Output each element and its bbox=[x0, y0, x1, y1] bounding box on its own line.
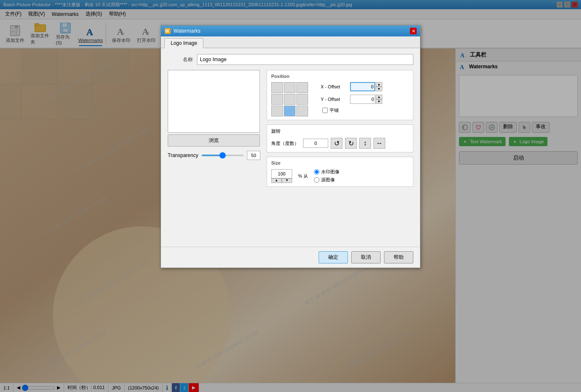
modal-overlay: W Watermarks ✕ Logo Image 名称 bbox=[0, 0, 581, 392]
browse-button[interactable]: 浏览 bbox=[168, 134, 260, 147]
tab-logo-image[interactable]: Logo Image bbox=[164, 38, 203, 48]
dialog-title-bar: W Watermarks ✕ bbox=[161, 26, 420, 36]
left-column: 浏览 Transparency bbox=[168, 70, 260, 191]
image-preview-box bbox=[168, 70, 260, 133]
dialog-close-button[interactable]: ✕ bbox=[410, 28, 417, 34]
pos-top-right[interactable] bbox=[296, 82, 308, 93]
watermarks-dialog: W Watermarks ✕ Logo Image 名称 bbox=[161, 25, 420, 268]
size-input[interactable] bbox=[271, 169, 292, 178]
flip-horizontal-button[interactable]: ↔ bbox=[374, 138, 385, 149]
y-offset-up[interactable]: ▲ bbox=[376, 95, 382, 99]
dialog-title-icon: W bbox=[164, 28, 171, 34]
name-row: 名称 bbox=[168, 54, 413, 65]
position-title: Position bbox=[271, 74, 409, 79]
size-row: ▲ ▼ % 从 水印图像 bbox=[271, 169, 409, 183]
pos-mid-left[interactable] bbox=[271, 94, 283, 105]
size-section: Size ▲ ▼ % 从 bbox=[267, 157, 413, 187]
tile-checkbox[interactable] bbox=[322, 108, 328, 113]
pos-top-left[interactable] bbox=[271, 82, 283, 93]
y-offset-spinner: ▲ ▼ bbox=[376, 95, 382, 104]
ok-button[interactable]: 确定 bbox=[319, 251, 348, 263]
dialog-footer: 确定 取消 帮助 bbox=[161, 247, 420, 268]
rotation-row: 角度（度数） ↺ ↻ ↕ ↔ bbox=[271, 138, 409, 149]
angle-input[interactable] bbox=[303, 139, 328, 148]
size-unit: % 从 bbox=[298, 173, 308, 179]
radio-source-image[interactable]: 源图像 bbox=[314, 177, 340, 183]
pos-bot-center[interactable] bbox=[284, 106, 296, 116]
size-down[interactable]: ▼ bbox=[282, 178, 292, 183]
x-offset-spinner: ▲ ▼ bbox=[376, 82, 382, 91]
position-section: Position bbox=[267, 70, 413, 120]
name-input[interactable] bbox=[197, 54, 413, 65]
rotation-title: 旋转 bbox=[271, 128, 409, 134]
x-offset-label: X - Offset bbox=[321, 84, 350, 89]
pos-top-center[interactable] bbox=[284, 82, 296, 93]
dialog-title-text: Watermarks bbox=[174, 28, 200, 34]
size-radio-group: 水印图像 源图像 bbox=[314, 169, 340, 183]
radio-watermark-image[interactable]: 水印图像 bbox=[314, 169, 340, 175]
rotation-section: 旋转 角度（度数） ↺ ↻ ↕ ↔ bbox=[267, 124, 413, 152]
flip-vertical-button[interactable]: ↕ bbox=[359, 138, 371, 149]
dialog-body: 浏览 Transparency Position bbox=[168, 70, 413, 191]
size-title: Size bbox=[271, 160, 409, 165]
name-label: 名称 bbox=[168, 56, 193, 63]
help-button[interactable]: 帮助 bbox=[384, 251, 413, 263]
position-inner: X - Offset ▲ ▼ Y - Offset bbox=[271, 82, 409, 116]
transparency-slider[interactable] bbox=[202, 155, 244, 156]
y-offset-label: Y - Offset bbox=[321, 97, 350, 102]
pos-bot-right[interactable] bbox=[296, 106, 308, 116]
svg-text:W: W bbox=[165, 29, 169, 34]
size-spinner: ▲ ▼ bbox=[271, 178, 292, 183]
y-offset-row: Y - Offset ▲ ▼ bbox=[321, 95, 382, 104]
x-offset-up[interactable]: ▲ bbox=[376, 82, 382, 87]
dialog-tabs: Logo Image bbox=[161, 36, 420, 48]
cancel-button[interactable]: 取消 bbox=[351, 251, 381, 263]
x-offset-input[interactable] bbox=[350, 82, 375, 91]
x-offset-down[interactable]: ▼ bbox=[376, 87, 382, 91]
pos-mid-right[interactable] bbox=[296, 94, 308, 105]
radio-watermark-input[interactable] bbox=[314, 169, 319, 175]
position-grid bbox=[271, 82, 308, 116]
radio-source-input[interactable] bbox=[314, 177, 319, 183]
size-spinner-group: ▲ ▼ bbox=[271, 169, 292, 183]
transparency-value-input[interactable] bbox=[247, 151, 260, 160]
dialog-content: 名称 浏览 Transparency bbox=[161, 48, 420, 247]
y-offset-down[interactable]: ▼ bbox=[376, 99, 382, 104]
tile-label: 平铺 bbox=[329, 107, 339, 113]
pos-mid-center[interactable] bbox=[284, 94, 296, 105]
rotate-ccw-button[interactable]: ↺ bbox=[331, 138, 342, 149]
rotate-cw-button[interactable]: ↻ bbox=[345, 138, 357, 149]
settings-panel: Position bbox=[267, 70, 413, 191]
x-offset-row: X - Offset ▲ ▼ bbox=[321, 82, 382, 91]
y-offset-input[interactable] bbox=[350, 95, 375, 104]
pos-bot-left[interactable] bbox=[271, 106, 283, 116]
size-up[interactable]: ▲ bbox=[271, 178, 282, 183]
transparency-label: Transparency bbox=[168, 152, 198, 158]
transparency-row: Transparency bbox=[168, 151, 260, 160]
offset-section: X - Offset ▲ ▼ Y - Offset bbox=[321, 82, 382, 115]
tile-row: 平铺 bbox=[321, 107, 382, 113]
angle-label: 角度（度数） bbox=[271, 140, 299, 147]
